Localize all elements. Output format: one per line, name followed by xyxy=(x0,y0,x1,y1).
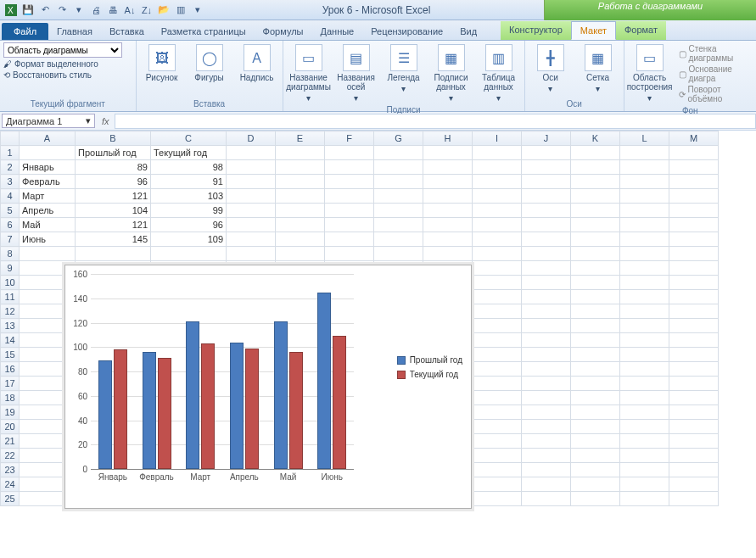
tab-Вставка[interactable]: Вставка xyxy=(101,23,153,40)
cell[interactable]: Май xyxy=(20,218,76,232)
cell[interactable] xyxy=(522,463,571,477)
row-header[interactable]: 8 xyxy=(1,247,20,261)
cell[interactable] xyxy=(325,146,374,160)
formula-input[interactable] xyxy=(115,114,756,129)
row-header[interactable]: 5 xyxy=(1,204,20,218)
cell[interactable] xyxy=(325,160,374,175)
cell[interactable] xyxy=(227,160,276,175)
cell[interactable]: 103 xyxy=(151,189,227,204)
cell[interactable] xyxy=(374,146,423,160)
cell[interactable] xyxy=(571,449,620,463)
cell[interactable] xyxy=(522,146,571,160)
axes-button[interactable]: ╋Оси▾ xyxy=(529,42,573,95)
cell[interactable] xyxy=(276,146,325,160)
tab-Вид[interactable]: Вид xyxy=(451,23,485,40)
row-header[interactable]: 14 xyxy=(1,333,20,348)
cell[interactable] xyxy=(473,175,522,189)
row-header[interactable]: 1 xyxy=(1,146,20,160)
cell[interactable] xyxy=(522,290,571,304)
col-header[interactable]: L xyxy=(620,131,669,146)
bar[interactable] xyxy=(230,343,244,470)
cell[interactable] xyxy=(276,204,325,218)
cell[interactable] xyxy=(473,232,522,247)
cell[interactable]: 96 xyxy=(76,175,151,189)
col-header[interactable]: H xyxy=(423,131,473,146)
cell[interactable] xyxy=(374,175,423,189)
cell[interactable] xyxy=(473,405,522,420)
col-header[interactable]: D xyxy=(227,131,276,146)
data-labels-button[interactable]: ▦Подписи данных▾ xyxy=(429,42,473,104)
col-header[interactable]: C xyxy=(151,131,227,146)
cell[interactable] xyxy=(571,333,620,348)
cell[interactable] xyxy=(522,204,571,218)
cell[interactable] xyxy=(473,290,522,304)
cell[interactable] xyxy=(669,449,719,463)
cell[interactable]: Январь xyxy=(20,160,76,175)
cell[interactable] xyxy=(473,333,522,348)
cell[interactable] xyxy=(522,175,571,189)
cell[interactable] xyxy=(571,420,620,434)
save-icon[interactable]: 💾 xyxy=(20,3,36,18)
legend-button[interactable]: ☰Легенда▾ xyxy=(382,42,426,95)
row-header[interactable]: 24 xyxy=(1,477,20,492)
cell[interactable] xyxy=(571,276,620,290)
cell[interactable] xyxy=(620,175,669,189)
cell[interactable]: Март xyxy=(20,189,76,204)
cell[interactable] xyxy=(669,261,719,276)
cell[interactable] xyxy=(227,204,276,218)
cell[interactable] xyxy=(571,492,620,506)
cell[interactable] xyxy=(522,449,571,463)
cell[interactable] xyxy=(522,319,571,333)
cell[interactable] xyxy=(522,189,571,204)
cell[interactable] xyxy=(522,391,571,405)
cell[interactable] xyxy=(325,204,374,218)
cell[interactable] xyxy=(522,261,571,276)
cell[interactable] xyxy=(620,477,669,492)
name-box[interactable]: Диаграмма 1▾ xyxy=(2,114,95,128)
row-header[interactable]: 3 xyxy=(1,175,20,189)
cell[interactable] xyxy=(620,160,669,175)
bar[interactable] xyxy=(333,336,346,469)
cell[interactable] xyxy=(669,477,719,492)
cell[interactable] xyxy=(571,304,620,319)
cell[interactable] xyxy=(473,362,522,377)
shapes-button[interactable]: ◯Фигуры xyxy=(188,42,232,84)
row-header[interactable]: 2 xyxy=(1,160,20,175)
cell[interactable] xyxy=(571,175,620,189)
print-preview-icon[interactable]: 🖨 xyxy=(88,3,104,18)
cell[interactable] xyxy=(374,247,423,261)
rotate-3d-button[interactable]: ⟳Поворот объёмно xyxy=(679,85,749,103)
cell[interactable] xyxy=(325,247,374,261)
cell[interactable] xyxy=(227,146,276,160)
row-header[interactable]: 10 xyxy=(1,276,20,290)
cell[interactable] xyxy=(669,348,719,362)
row-header[interactable]: 18 xyxy=(1,391,20,405)
cell[interactable] xyxy=(620,290,669,304)
cell[interactable] xyxy=(276,218,325,232)
cell[interactable] xyxy=(522,420,571,434)
col-header[interactable]: I xyxy=(473,131,522,146)
cell[interactable] xyxy=(620,348,669,362)
cell[interactable] xyxy=(620,204,669,218)
embedded-chart[interactable]: 020406080100120140160 ЯнварьФевральМартА… xyxy=(64,265,472,509)
cell[interactable] xyxy=(620,405,669,420)
row-header[interactable]: 7 xyxy=(1,232,20,247)
cell[interactable] xyxy=(669,492,719,506)
cell[interactable] xyxy=(571,160,620,175)
tab-Формулы[interactable]: Формулы xyxy=(255,23,312,40)
gridlines-button[interactable]: ▦Сетка▾ xyxy=(576,42,620,95)
cell[interactable] xyxy=(571,348,620,362)
cell[interactable] xyxy=(620,362,669,377)
cell[interactable] xyxy=(571,204,620,218)
col-header[interactable]: F xyxy=(325,131,374,146)
cell[interactable]: Июнь xyxy=(20,232,76,247)
redo-icon[interactable]: ↷ xyxy=(54,3,70,18)
excel-icon[interactable]: X xyxy=(3,3,19,18)
cell[interactable] xyxy=(374,218,423,232)
cell[interactable] xyxy=(473,377,522,391)
cell[interactable] xyxy=(522,492,571,506)
col-header[interactable]: J xyxy=(522,131,571,146)
row-header[interactable]: 15 xyxy=(1,348,20,362)
cell[interactable] xyxy=(620,463,669,477)
cell[interactable]: Февраль xyxy=(20,175,76,189)
